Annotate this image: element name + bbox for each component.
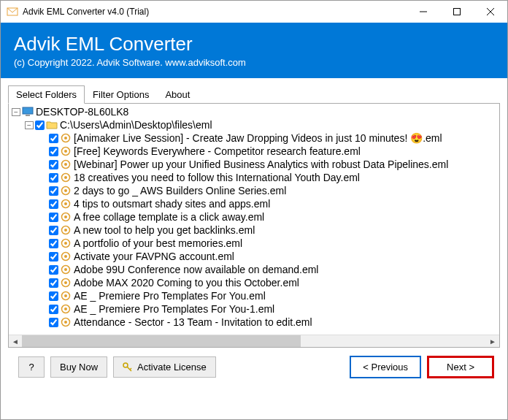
tabs-container: Select Folders Filter Options About	[1, 78, 507, 104]
tree-checkbox[interactable]	[49, 318, 58, 327]
svg-point-28	[64, 268, 67, 271]
next-button[interactable]: Next >	[427, 356, 494, 378]
tree-checkbox[interactable]	[49, 173, 58, 183]
svg-point-36	[64, 321, 67, 324]
app-icon	[7, 6, 18, 18]
scroll-right-arrow[interactable]: ►	[486, 335, 499, 348]
minimize-button[interactable]	[407, 1, 440, 23]
tree-expand-toggle[interactable]: −	[12, 108, 20, 116]
tree-node-label: C:\Users\Admin\Desktop\files\eml	[60, 118, 212, 131]
folder-tree[interactable]: −DESKTOP-8L60LK8−C:\Users\Admin\Desktop\…	[9, 104, 499, 335]
app-title: Advik EML Converter	[14, 33, 494, 56]
svg-point-30	[64, 281, 67, 284]
tree-checkbox[interactable]	[49, 252, 58, 261]
scroll-left-arrow[interactable]: ◄	[9, 335, 22, 348]
eml-file-icon	[60, 172, 72, 183]
svg-point-34	[64, 308, 67, 310]
tree-file-node[interactable]: [Animaker Live Session] - Create Jaw Dro…	[9, 131, 499, 145]
tree-node-label: A new tool to help you get backlinks.eml	[74, 224, 255, 237]
tree-file-node[interactable]: A free collage template is a click away.…	[9, 210, 499, 224]
tree-checkbox[interactable]	[49, 186, 58, 196]
computer-icon	[22, 106, 34, 118]
tree-node-label: DESKTOP-8L60LK8	[36, 105, 128, 118]
eml-file-icon	[60, 290, 72, 302]
maximize-button[interactable]	[440, 1, 474, 23]
eml-file-icon	[60, 211, 72, 223]
tree-file-node[interactable]: 18 creatives you need to follow this Int…	[9, 171, 499, 184]
titlebar: Advik EML Converter v4.0 (Trial)	[1, 1, 507, 23]
tree-checkbox[interactable]	[49, 278, 58, 288]
close-button[interactable]	[474, 1, 507, 23]
footer-toolbar: ? Buy Now Activate License < Previous Ne…	[1, 348, 507, 389]
tree-checkbox[interactable]	[49, 291, 58, 301]
horizontal-scrollbar[interactable]: ◄ ►	[9, 335, 499, 348]
tree-node-label: A free collage template is a click away.…	[74, 210, 264, 224]
tree-checkbox[interactable]	[49, 226, 58, 235]
scroll-thumb[interactable]	[22, 335, 301, 348]
eml-file-icon	[60, 316, 72, 328]
tree-root-node[interactable]: −DESKTOP-8L60LK8	[9, 105, 499, 118]
help-button[interactable]: ?	[18, 356, 45, 378]
window-title: Advik EML Converter v4.0 (Trial)	[23, 7, 407, 17]
tree-checkbox[interactable]	[49, 160, 58, 169]
folder-tree-panel: −DESKTOP-8L60LK8−C:\Users\Admin\Desktop\…	[8, 103, 500, 348]
eml-file-icon	[60, 237, 72, 249]
svg-point-10	[64, 150, 67, 153]
tree-checkbox[interactable]	[49, 213, 58, 222]
eml-file-icon	[60, 303, 72, 315]
activate-license-label: Activate License	[137, 362, 207, 373]
svg-rect-6	[26, 115, 30, 116]
tab-filter-options[interactable]: Filter Options	[85, 85, 157, 104]
tree-file-node[interactable]: AE _ Premiere Pro Templates For You.eml	[9, 289, 499, 302]
tab-about[interactable]: About	[157, 85, 198, 104]
header-banner: Advik EML Converter (c) Copyright 2022. …	[1, 23, 507, 78]
scroll-track[interactable]	[22, 335, 486, 348]
tree-checkbox[interactable]	[49, 147, 58, 156]
tree-file-node[interactable]: Adobe 99U Conference now available on de…	[9, 263, 499, 276]
tree-file-node[interactable]: AE _ Premiere Pro Templates For You-1.em…	[9, 302, 499, 316]
svg-point-22	[64, 229, 67, 232]
svg-rect-5	[23, 107, 33, 114]
eml-file-icon	[60, 251, 72, 262]
eml-file-icon	[60, 185, 72, 196]
key-icon	[123, 362, 133, 373]
tree-folder-node[interactable]: −C:\Users\Admin\Desktop\files\eml	[9, 118, 499, 131]
tree-checkbox[interactable]	[49, 305, 58, 314]
tree-node-label: 4 tips to outsmart shady sites and apps.…	[74, 197, 270, 210]
tree-checkbox[interactable]	[49, 265, 58, 275]
tree-file-node[interactable]: Adobe MAX 2020 Coming to you this Octobe…	[9, 276, 499, 289]
tree-node-label: [Free] Keywords Everywhere - Competitor …	[74, 145, 361, 158]
activate-license-button[interactable]: Activate License	[113, 356, 216, 378]
tree-file-node[interactable]: Attendance - Sector - 13 Team - Invitati…	[9, 316, 499, 329]
tree-file-node[interactable]: [Webinar] Power up your Unified Business…	[9, 158, 499, 171]
tree-checkbox[interactable]	[49, 134, 58, 143]
tab-select-folders[interactable]: Select Folders	[8, 85, 85, 104]
tree-file-node[interactable]: A portfolio of your best memories.eml	[9, 237, 499, 250]
eml-file-icon	[60, 159, 72, 170]
tree-node-label: Adobe MAX 2020 Coming to you this Octobe…	[74, 276, 299, 289]
tree-node-label: Adobe 99U Conference now available on de…	[74, 263, 318, 276]
svg-line-39	[130, 368, 131, 370]
svg-point-32	[64, 294, 67, 297]
tree-node-label: Attendance - Sector - 13 Team - Invitati…	[74, 316, 312, 329]
tree-file-node[interactable]: [Free] Keywords Everywhere - Competitor …	[9, 145, 499, 158]
eml-file-icon	[60, 132, 72, 144]
tree-file-node[interactable]: Activate your FAVPNG account.eml	[9, 250, 499, 263]
tree-file-node[interactable]: 2 days to go _ AWS Builders Online Serie…	[9, 184, 499, 197]
previous-button[interactable]: < Previous	[350, 356, 421, 378]
tree-checkbox[interactable]	[49, 199, 58, 209]
tree-node-label: AE _ Premiere Pro Templates For You-1.em…	[74, 302, 274, 316]
tree-node-label: [Animaker Live Session] - Create Jaw Dro…	[74, 131, 442, 145]
buy-now-button[interactable]: Buy Now	[50, 356, 107, 378]
tree-file-node[interactable]: 4 tips to outsmart shady sites and apps.…	[9, 197, 499, 210]
svg-point-18	[64, 202, 67, 205]
tree-file-node[interactable]: A new tool to help you get backlinks.eml	[9, 224, 499, 237]
tree-checkbox[interactable]	[35, 121, 45, 130]
svg-point-20	[64, 215, 67, 218]
tree-node-label: 18 creatives you need to follow this Int…	[74, 171, 360, 184]
svg-point-12	[64, 163, 67, 166]
tree-checkbox[interactable]	[49, 239, 58, 248]
folder-icon	[46, 119, 58, 131]
tree-expand-toggle[interactable]: −	[25, 121, 34, 129]
tree-node-label: [Webinar] Power up your Unified Business…	[74, 158, 448, 171]
